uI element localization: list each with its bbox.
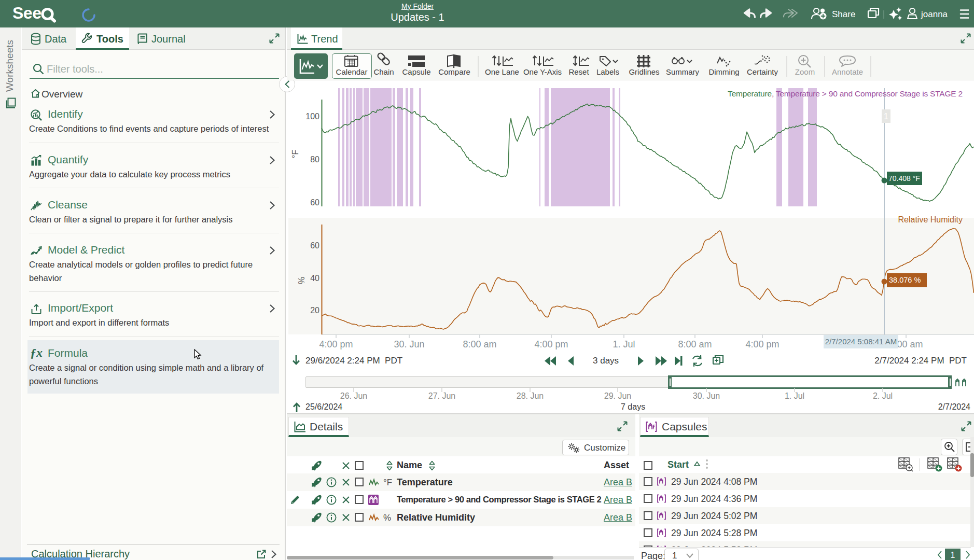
svg-text:38.076 %: 38.076 %	[889, 276, 921, 284]
svg-text:1: 1	[884, 112, 888, 121]
svg-text:70.408 °F: 70.408 °F	[888, 174, 920, 183]
